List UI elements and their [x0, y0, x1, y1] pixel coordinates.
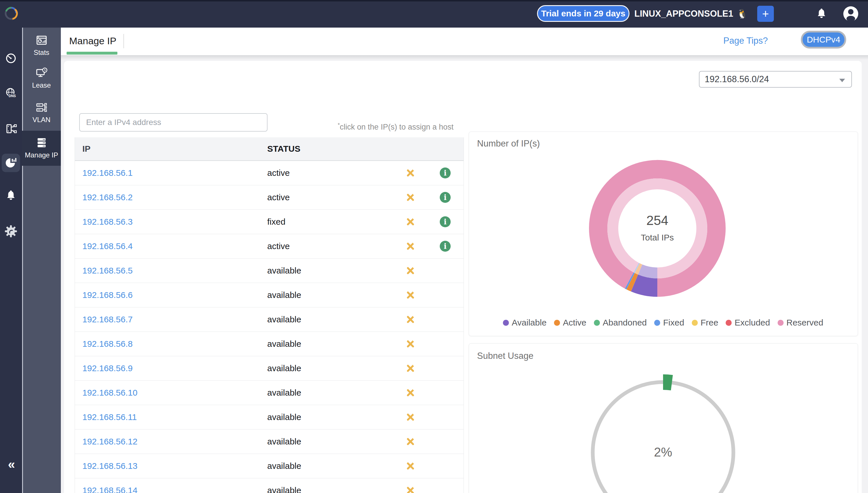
table-header: IP STATUS — [75, 137, 463, 161]
sidebar-separator — [22, 27, 23, 493]
legend-dot — [654, 320, 660, 326]
table-row: 192.168.56.8 available i — [75, 332, 463, 356]
subnet-usage-card — [469, 343, 858, 493]
note-text: click on the IP(s) to assign a host — [340, 123, 454, 131]
info-icon[interactable]: i — [440, 241, 451, 252]
svg-text:DNS: DNS — [8, 94, 16, 98]
dns-globe-icon[interactable]: DNS — [5, 87, 17, 100]
sidebar-item-label: Stats — [33, 48, 49, 57]
ip-link[interactable]: 192.168.56.4 — [83, 241, 133, 251]
table-row: 192.168.56.2 active i — [75, 185, 463, 210]
assign-tools-icon[interactable] — [393, 192, 428, 202]
ip-link[interactable]: 192.168.56.3 — [83, 217, 133, 227]
collapse-sidebar-button[interactable]: « — [5, 456, 18, 473]
settings-gear-icon[interactable] — [5, 225, 17, 238]
brand-logo-icon[interactable] — [2, 5, 20, 22]
vlan-icon — [35, 101, 48, 114]
legend-item[interactable]: Excluded — [726, 318, 770, 327]
legend-label: Active — [563, 318, 587, 327]
ip-link[interactable]: 192.168.56.8 — [83, 339, 133, 348]
alerts-bell-icon[interactable] — [5, 189, 17, 202]
info-icon[interactable]: i — [440, 216, 451, 227]
ip-link[interactable]: 192.168.56.5 — [83, 266, 133, 275]
subnet-dropdown[interactable]: 192.168.56.0/24 — [699, 71, 852, 88]
assign-tools-icon[interactable] — [393, 290, 428, 300]
ip-count-title: Number of IP(s) — [477, 138, 540, 149]
ip-link[interactable]: 192.168.56.12 — [83, 437, 137, 446]
user-avatar-icon[interactable] — [843, 6, 859, 22]
legend-item[interactable]: Reserved — [778, 318, 823, 327]
assign-tools-icon[interactable] — [393, 217, 428, 227]
ip-link[interactable]: 192.168.56.14 — [83, 486, 137, 493]
assign-tools-icon[interactable] — [393, 388, 428, 398]
info-icon[interactable]: i — [440, 168, 451, 178]
page-tips-link[interactable]: Page Tips? — [723, 27, 768, 54]
ip-link[interactable]: 192.168.56.13 — [83, 461, 137, 471]
hostname-label: LINUX_APPCONSOLE1 🐧 — [634, 0, 748, 27]
assign-tools-icon[interactable] — [393, 363, 428, 373]
legend-dot — [726, 320, 732, 326]
ip-link[interactable]: 192.168.56.10 — [83, 388, 137, 397]
assign-tools-icon[interactable] — [393, 461, 428, 471]
legend-item[interactable]: Abandoned — [594, 318, 647, 327]
dashboard-speedometer-icon[interactable] — [5, 52, 17, 65]
ip-status: fixed — [267, 217, 393, 227]
legend-dot — [503, 320, 509, 326]
ip-link[interactable]: 192.168.56.11 — [83, 412, 137, 422]
legend-item[interactable]: Active — [554, 318, 587, 327]
legend-label: Free — [701, 318, 718, 327]
trial-banner-button[interactable]: Trial ends in 29 days — [537, 5, 630, 22]
ip-status: available — [267, 388, 393, 398]
assign-tools-icon[interactable] — [393, 265, 428, 276]
sidebar-item-label: Lease — [32, 81, 51, 89]
app-window: Trial ends in 29 days LINUX_APPCONSOLE1 … — [0, 0, 868, 493]
sidebar-item-vlan[interactable]: VLAN — [22, 101, 61, 124]
sidebar-item-stats[interactable]: Stats — [22, 34, 61, 57]
ip-status: available — [267, 363, 393, 373]
active-tab-underline — [67, 52, 117, 55]
sidebar-item-manage-ip[interactable]: Manage IP — [22, 131, 61, 166]
ip-status: available — [267, 315, 393, 324]
dhcp-pie-chart-icon[interactable] — [5, 156, 17, 169]
notifications-bell-icon[interactable] — [815, 7, 828, 20]
ip-link[interactable]: 192.168.56.1 — [83, 168, 133, 177]
ip-link[interactable]: 192.168.56.6 — [83, 290, 133, 300]
ip-status: active — [267, 241, 393, 251]
legend-dot — [594, 320, 600, 326]
assign-host-note: *click on the IP(s) to assign a host — [284, 122, 454, 132]
ip-search-field — [79, 113, 268, 132]
assign-tools-icon[interactable] — [393, 339, 428, 349]
tab-manage-ip[interactable]: Manage IP — [69, 27, 116, 54]
dhcp-version-toggle[interactable]: DHCPv4 — [801, 31, 846, 48]
assign-tools-icon[interactable] — [393, 412, 428, 422]
column-header-ip: IP — [75, 144, 267, 154]
table-row: 192.168.56.6 available i — [75, 283, 463, 307]
legend-label: Fixed — [663, 318, 684, 327]
legend-item[interactable]: Available — [503, 318, 547, 327]
ip-link[interactable]: 192.168.56.7 — [83, 315, 133, 324]
legend-dot — [554, 320, 560, 326]
assign-tools-icon[interactable] — [393, 485, 428, 493]
sidebar-item-lease[interactable]: Lease — [22, 67, 61, 89]
legend-item[interactable]: Free — [692, 318, 718, 327]
ip-link[interactable]: 192.168.56.9 — [83, 363, 133, 373]
legend-item[interactable]: Fixed — [654, 318, 684, 327]
assign-tools-icon[interactable] — [393, 241, 428, 251]
ip-table: IP STATUS 192.168.56.1 active i — [75, 137, 464, 493]
ip-search-input[interactable] — [79, 113, 268, 132]
add-button[interactable]: + — [757, 6, 774, 22]
assign-tools-icon[interactable] — [393, 168, 428, 178]
ip-status: available — [267, 486, 393, 493]
assign-tools-icon[interactable] — [393, 436, 428, 447]
ip-status: active — [267, 192, 393, 202]
assign-tools-icon[interactable] — [393, 314, 428, 325]
ip-link[interactable]: 192.168.56.2 — [83, 192, 133, 202]
penguin-icon: 🐧 — [737, 8, 748, 19]
donut-legend: Available Active Abandoned Fixed Free Ex… — [469, 314, 858, 331]
ipam-tree-icon[interactable] — [5, 122, 17, 135]
tabstrip-shadow — [61, 55, 868, 60]
info-icon[interactable]: i — [440, 192, 451, 203]
legend-label: Abandoned — [603, 318, 647, 327]
table-row: 192.168.56.10 available i — [75, 381, 463, 405]
legend-dot — [692, 320, 698, 326]
